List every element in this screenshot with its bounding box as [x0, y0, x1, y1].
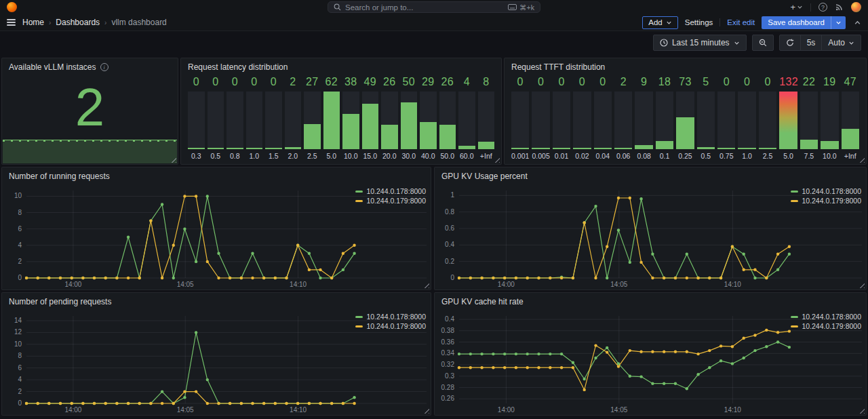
- auto-refresh-dropdown[interactable]: Auto: [821, 35, 861, 50]
- data-point: [788, 245, 791, 248]
- data-point: [583, 221, 586, 224]
- time-range-picker[interactable]: Last 15 minutes: [653, 35, 747, 51]
- breadcrumb-home[interactable]: Home: [22, 18, 44, 27]
- search-bar[interactable]: ⌘+k: [328, 1, 540, 13]
- panel-title[interactable]: GPU KV Usage percent: [435, 167, 866, 185]
- legend-item[interactable]: 10.244.0.179:8000: [355, 322, 426, 330]
- bar-track: [614, 92, 632, 149]
- info-icon[interactable]: i: [100, 63, 108, 71]
- bar-value: 9: [635, 76, 652, 92]
- data-point: [240, 277, 243, 279]
- bar-category-label: 10.0: [342, 149, 359, 161]
- keyboard-icon: [508, 4, 517, 10]
- stat-body[interactable]: 2: [2, 76, 178, 164]
- data-point: [560, 277, 563, 279]
- legend-item[interactable]: 10.244.0.179:8000: [355, 197, 426, 205]
- data-point: [308, 268, 311, 271]
- legend-label: 10.244.0.178:8000: [366, 313, 426, 321]
- legend-item[interactable]: 10.244.0.179:8000: [791, 322, 861, 330]
- data-point: [719, 344, 722, 347]
- legend-item[interactable]: 10.244.0.178:8000: [355, 187, 426, 195]
- chevron-down-icon: [848, 40, 854, 46]
- legend-swatch: [791, 316, 798, 318]
- data-point: [47, 277, 50, 279]
- bar-column: 47+Inf: [842, 76, 859, 161]
- gpu-kv-hit-rate-chart[interactable]: 0.260.280.30.320.340.360.380.414:0014:05…: [435, 311, 866, 415]
- settings-button[interactable]: Settings: [685, 18, 713, 26]
- data-point: [172, 244, 175, 247]
- bar-track: [188, 92, 205, 149]
- data-point: [274, 402, 277, 405]
- legend-item[interactable]: 10.244.0.178:8000: [791, 187, 861, 195]
- bar-column: 00.75: [717, 76, 735, 161]
- bar-column: 02.5: [759, 76, 776, 161]
- bar-fill: [381, 125, 398, 149]
- top-navigation: ⌘+k + ? Home › Dashboards › vllm dashboa…: [0, 0, 868, 31]
- panel-title[interactable]: Number of running requests: [2, 167, 431, 185]
- panel-title[interactable]: Request latency distribution: [181, 58, 501, 76]
- data-point: [217, 277, 220, 279]
- latency-bar-gauge[interactable]: 00.300.500.801.001.522.0272.5625.03810.0…: [181, 76, 501, 164]
- user-avatar[interactable]: [851, 2, 861, 12]
- help-icon[interactable]: ?: [818, 3, 827, 12]
- grafana-logo[interactable]: [7, 2, 17, 12]
- svg-text:14:10: 14:10: [724, 406, 741, 414]
- save-options-caret[interactable]: [831, 16, 846, 29]
- legend-swatch: [791, 191, 798, 193]
- gpu-kv-usage-chart[interactable]: 00.20.40.60.8114:0014:0514:1010.244.0.17…: [435, 185, 866, 290]
- bar-category-label: 60.0: [458, 149, 475, 161]
- refresh-interval[interactable]: 5s: [800, 35, 822, 50]
- panel-title[interactable]: Number of pending requests: [2, 293, 431, 311]
- panel-title[interactable]: GPU KV cache hit rate: [435, 293, 866, 311]
- data-point: [629, 349, 631, 352]
- bar-column: 22.0: [285, 76, 302, 161]
- panel-gpu-kv-hit-rate: GPU KV cache hit rate 0.260.280.30.320.3…: [434, 292, 867, 416]
- breadcrumb-dashboards[interactable]: Dashboards: [56, 18, 100, 27]
- add-button[interactable]: Add: [642, 16, 677, 29]
- bar-column: 1325.0: [779, 76, 797, 161]
- data-point: [251, 252, 254, 255]
- menu-toggle-icon[interactable]: [7, 19, 16, 26]
- legend-swatch: [355, 191, 363, 193]
- running-requests-chart[interactable]: 024681014:0014:0514:1010.244.0.178:80001…: [2, 185, 431, 290]
- data-point: [262, 277, 265, 279]
- panel-title[interactable]: Request TTFT distribution: [505, 58, 866, 76]
- data-point: [161, 402, 163, 405]
- svg-text:0.8: 0.8: [445, 208, 454, 216]
- data-point: [458, 353, 460, 355]
- data-point: [115, 402, 118, 405]
- svg-text:0.26: 0.26: [441, 395, 455, 402]
- pending-requests-chart[interactable]: 0246810121414:0014:0514:1010.244.0.178:8…: [2, 311, 431, 415]
- exit-edit-button[interactable]: Exit edit: [727, 18, 755, 26]
- data-point: [330, 277, 333, 279]
- data-point: [639, 197, 642, 200]
- panel-title[interactable]: Available vLLM instaces i: [2, 58, 178, 76]
- refresh-button[interactable]: [780, 35, 800, 50]
- data-point: [503, 366, 506, 369]
- data-point: [458, 277, 460, 279]
- data-point: [149, 219, 152, 222]
- search-input[interactable]: [345, 3, 504, 12]
- kiosk-mode-toggle[interactable]: [854, 19, 861, 26]
- bar-category-label: 2.0: [285, 149, 302, 161]
- data-point: [229, 402, 231, 405]
- save-dashboard-button[interactable]: Save dashboard: [762, 16, 846, 29]
- data-point: [25, 402, 28, 405]
- add-new-menu[interactable]: +: [790, 2, 803, 12]
- data-point: [753, 349, 756, 352]
- nav-right-icons: + ?: [790, 2, 861, 12]
- legend-item[interactable]: 10.244.0.178:8000: [791, 313, 861, 321]
- divider: [810, 3, 811, 12]
- legend-item[interactable]: 10.244.0.178:8000: [355, 313, 426, 321]
- zoom-out-button[interactable]: [752, 35, 774, 51]
- data-point: [719, 359, 722, 362]
- bar-gauge: 00.00100.00500.0100.0200.0420.0690.08180…: [505, 76, 866, 164]
- bar-column: 3810.0: [342, 76, 359, 161]
- ttft-bar-gauge[interactable]: 00.00100.00500.0100.0200.0420.0690.08180…: [505, 76, 866, 164]
- data-point: [330, 402, 333, 405]
- bar-column: 00.02: [573, 76, 591, 161]
- legend-item[interactable]: 10.244.0.179:8000: [791, 197, 861, 205]
- data-point: [342, 252, 344, 255]
- bar-fill: [614, 148, 632, 149]
- news-icon[interactable]: [835, 3, 844, 12]
